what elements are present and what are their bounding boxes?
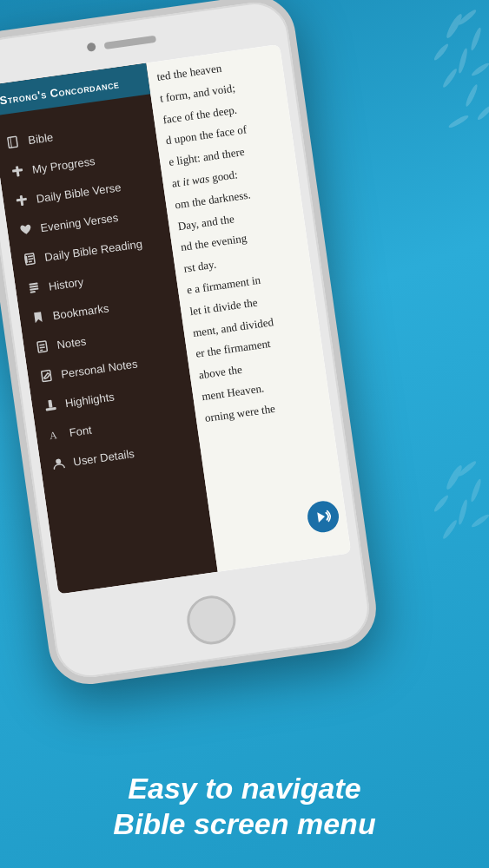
svg-line-34 — [40, 347, 45, 348]
svg-point-16 — [441, 519, 459, 541]
svg-rect-28 — [29, 282, 37, 285]
brush2-icon — [42, 397, 59, 414]
svg-line-26 — [29, 261, 32, 262]
svg-point-8 — [476, 104, 489, 122]
sidebar-item-label: Daily Bible Verse — [36, 181, 122, 206]
svg-line-25 — [28, 259, 33, 260]
sidebar-item-label: Font — [69, 423, 93, 438]
svg-line-33 — [39, 345, 44, 345]
svg-point-14 — [457, 499, 469, 526]
notebook-icon — [21, 250, 38, 267]
svg-marker-41 — [317, 511, 326, 523]
svg-line-18 — [10, 137, 12, 148]
bottom-caption: Easy to navigate Bible screen menu — [0, 771, 489, 842]
bookmark-icon — [30, 309, 47, 326]
sidebar-item-label: History — [48, 275, 84, 293]
brush-icon — [25, 279, 43, 297]
svg-rect-17 — [8, 136, 18, 148]
svg-point-7 — [464, 83, 479, 108]
svg-point-5 — [470, 62, 489, 78]
home-button[interactable] — [184, 593, 239, 648]
sidebar-item-label: Bible — [27, 130, 54, 147]
svg-rect-30 — [30, 287, 38, 290]
phone-body: Strong's Concordance Bible — [0, 0, 381, 689]
caption-line1: Easy to navigate — [0, 771, 489, 806]
svg-point-40 — [56, 458, 62, 464]
svg-point-15 — [470, 513, 489, 529]
svg-point-12 — [469, 478, 482, 503]
phone-screen: Strong's Concordance Bible — [0, 44, 351, 595]
sidebar-item-label: Personal Notes — [60, 357, 138, 380]
note-icon — [33, 338, 50, 355]
svg-point-6 — [441, 68, 459, 89]
caption-line2: Bible screen menu — [0, 806, 489, 842]
sidebar-item-label: My Progress — [31, 154, 96, 175]
font-icon: A — [46, 425, 63, 443]
svg-point-3 — [433, 43, 450, 62]
user-icon — [50, 455, 67, 472]
svg-line-24 — [28, 256, 33, 257]
cross-icon — [9, 162, 26, 180]
svg-point-2 — [469, 27, 482, 51]
note2-icon — [37, 367, 55, 385]
svg-point-9 — [447, 114, 470, 129]
sidebar-item-label: User Details — [72, 446, 135, 468]
sidebar-item-label: Bookmarks — [52, 301, 109, 322]
heart-icon — [17, 221, 35, 239]
svg-rect-27 — [24, 256, 28, 263]
svg-point-10 — [445, 464, 465, 491]
sidebar-item-label: Notes — [56, 334, 87, 352]
phone-speaker — [104, 36, 157, 49]
svg-rect-29 — [30, 285, 38, 287]
phone-camera — [87, 43, 96, 52]
sidebar-item-label: Highlights — [64, 390, 116, 410]
svg-rect-31 — [30, 291, 36, 293]
svg-rect-38 — [48, 400, 52, 408]
svg-point-13 — [433, 494, 450, 513]
book-icon — [4, 134, 22, 151]
cross2-icon — [13, 192, 30, 209]
sidebar-item-label: Evening Verses — [40, 210, 120, 233]
svg-point-4 — [457, 48, 469, 75]
audio-button[interactable] — [306, 499, 341, 535]
svg-point-0 — [445, 12, 465, 40]
svg-text:A: A — [49, 429, 58, 441]
